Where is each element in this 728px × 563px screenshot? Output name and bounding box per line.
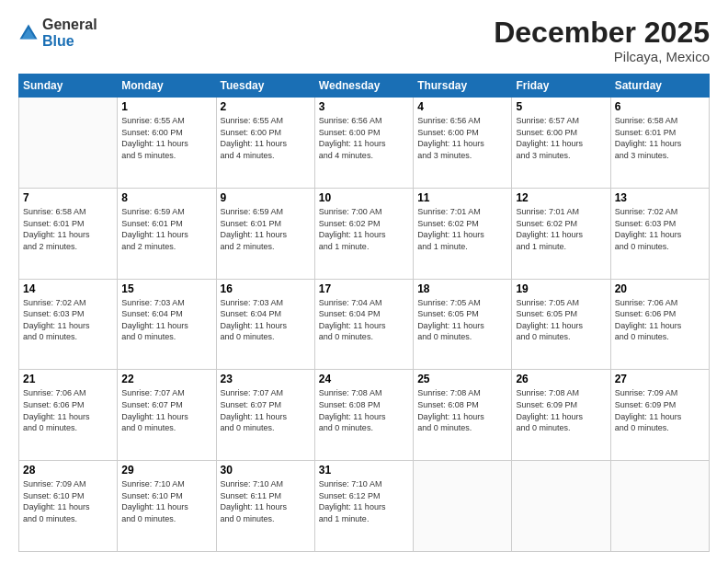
day-number: 5 [516, 100, 606, 113]
day-number: 15 [121, 282, 211, 295]
day-number: 27 [615, 373, 705, 385]
table-row [19, 98, 118, 189]
day-info: Sunrise: 7:10 AM Sunset: 6:11 PM Dayligh… [221, 478, 311, 524]
day-info: Sunrise: 7:10 AM Sunset: 6:10 PM Dayligh… [121, 478, 211, 524]
day-number: 3 [319, 100, 409, 113]
table-row: 31Sunrise: 7:10 AM Sunset: 6:12 PM Dayli… [314, 461, 413, 552]
day-number: 9 [221, 191, 311, 204]
calendar-week-row: 28Sunrise: 7:09 AM Sunset: 6:10 PM Dayli… [19, 461, 710, 552]
day-number: 6 [615, 100, 705, 113]
day-info: Sunrise: 6:55 AM Sunset: 6:00 PM Dayligh… [221, 115, 311, 161]
day-info: Sunrise: 6:56 AM Sunset: 6:00 PM Dayligh… [319, 115, 409, 161]
table-row [414, 461, 512, 552]
table-row: 14Sunrise: 7:02 AM Sunset: 6:03 PM Dayli… [19, 279, 118, 370]
day-info: Sunrise: 7:07 AM Sunset: 6:07 PM Dayligh… [121, 387, 211, 433]
day-number: 14 [23, 282, 113, 295]
day-info: Sunrise: 7:07 AM Sunset: 6:07 PM Dayligh… [221, 387, 311, 433]
day-info: Sunrise: 6:56 AM Sunset: 6:00 PM Dayligh… [417, 115, 507, 161]
calendar-week-row: 1Sunrise: 6:55 AM Sunset: 6:00 PM Daylig… [19, 98, 710, 189]
day-info: Sunrise: 7:09 AM Sunset: 6:09 PM Dayligh… [615, 387, 705, 433]
day-number: 8 [121, 191, 211, 204]
day-info: Sunrise: 6:58 AM Sunset: 6:01 PM Dayligh… [23, 206, 113, 252]
logo-general-text: General [42, 17, 97, 32]
table-row: 22Sunrise: 7:07 AM Sunset: 6:07 PM Dayli… [118, 370, 216, 461]
table-row: 18Sunrise: 7:05 AM Sunset: 6:05 PM Dayli… [414, 279, 512, 370]
day-number: 22 [121, 373, 211, 385]
table-row: 28Sunrise: 7:09 AM Sunset: 6:10 PM Dayli… [19, 461, 118, 552]
day-number: 26 [516, 373, 606, 385]
day-number: 25 [417, 373, 507, 385]
day-number: 29 [121, 464, 211, 477]
day-info: Sunrise: 7:05 AM Sunset: 6:05 PM Dayligh… [516, 297, 606, 343]
day-info: Sunrise: 7:02 AM Sunset: 6:03 PM Dayligh… [23, 297, 113, 343]
day-info: Sunrise: 7:10 AM Sunset: 6:12 PM Dayligh… [319, 478, 409, 524]
day-number: 16 [221, 282, 311, 295]
day-info: Sunrise: 7:03 AM Sunset: 6:04 PM Dayligh… [121, 297, 211, 343]
day-number: 24 [319, 373, 409, 385]
header-tuesday: Tuesday [216, 75, 314, 98]
day-number: 7 [23, 191, 113, 204]
month-title: December 2025 [494, 17, 710, 49]
table-row: 7Sunrise: 6:58 AM Sunset: 6:01 PM Daylig… [19, 188, 118, 279]
day-info: Sunrise: 7:06 AM Sunset: 6:06 PM Dayligh… [615, 297, 705, 343]
day-number: 19 [516, 282, 606, 295]
day-info: Sunrise: 7:02 AM Sunset: 6:03 PM Dayligh… [615, 206, 705, 252]
header-monday: Monday [118, 75, 216, 98]
logo-blue-text: Blue [42, 33, 74, 49]
table-row: 15Sunrise: 7:03 AM Sunset: 6:04 PM Dayli… [118, 279, 216, 370]
table-row: 19Sunrise: 7:05 AM Sunset: 6:05 PM Dayli… [512, 279, 610, 370]
table-row: 24Sunrise: 7:08 AM Sunset: 6:08 PM Dayli… [314, 370, 413, 461]
table-row: 25Sunrise: 7:08 AM Sunset: 6:08 PM Dayli… [414, 370, 512, 461]
day-info: Sunrise: 6:58 AM Sunset: 6:01 PM Dayligh… [615, 115, 705, 161]
day-number: 28 [23, 464, 113, 477]
table-row: 9Sunrise: 6:59 AM Sunset: 6:01 PM Daylig… [216, 188, 314, 279]
table-row [610, 461, 709, 552]
day-number: 1 [121, 100, 211, 113]
table-row: 2Sunrise: 6:55 AM Sunset: 6:00 PM Daylig… [216, 98, 314, 189]
day-info: Sunrise: 7:03 AM Sunset: 6:04 PM Dayligh… [221, 297, 311, 343]
calendar-week-row: 7Sunrise: 6:58 AM Sunset: 6:01 PM Daylig… [19, 188, 710, 279]
calendar-week-row: 21Sunrise: 7:06 AM Sunset: 6:06 PM Dayli… [19, 370, 710, 461]
table-row: 27Sunrise: 7:09 AM Sunset: 6:09 PM Dayli… [610, 370, 709, 461]
table-row: 3Sunrise: 6:56 AM Sunset: 6:00 PM Daylig… [314, 98, 413, 189]
day-info: Sunrise: 7:04 AM Sunset: 6:04 PM Dayligh… [319, 297, 409, 343]
day-number: 20 [615, 282, 705, 295]
table-row: 30Sunrise: 7:10 AM Sunset: 6:11 PM Dayli… [216, 461, 314, 552]
day-number: 11 [417, 191, 507, 204]
header: General Blue December 2025 Pilcaya, Mexi… [18, 17, 710, 64]
header-saturday: Saturday [610, 75, 709, 98]
day-info: Sunrise: 7:00 AM Sunset: 6:02 PM Dayligh… [319, 206, 409, 252]
weekday-header-row: Sunday Monday Tuesday Wednesday Thursday… [19, 75, 710, 98]
table-row: 12Sunrise: 7:01 AM Sunset: 6:02 PM Dayli… [512, 188, 610, 279]
table-row: 11Sunrise: 7:01 AM Sunset: 6:02 PM Dayli… [414, 188, 512, 279]
calendar-table: Sunday Monday Tuesday Wednesday Thursday… [18, 74, 710, 552]
page: General Blue December 2025 Pilcaya, Mexi… [0, 0, 728, 563]
day-info: Sunrise: 6:57 AM Sunset: 6:00 PM Dayligh… [516, 115, 606, 161]
day-info: Sunrise: 7:01 AM Sunset: 6:02 PM Dayligh… [516, 206, 606, 252]
title-block: December 2025 Pilcaya, Mexico [494, 17, 710, 64]
table-row: 1Sunrise: 6:55 AM Sunset: 6:00 PM Daylig… [118, 98, 216, 189]
table-row: 23Sunrise: 7:07 AM Sunset: 6:07 PM Dayli… [216, 370, 314, 461]
logo: General Blue [18, 17, 97, 49]
day-number: 13 [615, 191, 705, 204]
table-row: 10Sunrise: 7:00 AM Sunset: 6:02 PM Dayli… [314, 188, 413, 279]
table-row: 4Sunrise: 6:56 AM Sunset: 6:00 PM Daylig… [414, 98, 512, 189]
day-number: 12 [516, 191, 606, 204]
table-row: 20Sunrise: 7:06 AM Sunset: 6:06 PM Dayli… [610, 279, 709, 370]
table-row: 17Sunrise: 7:04 AM Sunset: 6:04 PM Dayli… [314, 279, 413, 370]
table-row: 21Sunrise: 7:06 AM Sunset: 6:06 PM Dayli… [19, 370, 118, 461]
day-number: 4 [417, 100, 507, 113]
table-row: 26Sunrise: 7:08 AM Sunset: 6:09 PM Dayli… [512, 370, 610, 461]
header-thursday: Thursday [414, 75, 512, 98]
day-number: 17 [319, 282, 409, 295]
day-number: 30 [221, 464, 311, 477]
day-info: Sunrise: 7:01 AM Sunset: 6:02 PM Dayligh… [417, 206, 507, 252]
day-number: 21 [23, 373, 113, 385]
logo-icon [18, 23, 39, 43]
day-number: 23 [221, 373, 311, 385]
day-info: Sunrise: 7:08 AM Sunset: 6:08 PM Dayligh… [319, 387, 409, 433]
table-row [512, 461, 610, 552]
day-number: 31 [319, 464, 409, 477]
table-row: 6Sunrise: 6:58 AM Sunset: 6:01 PM Daylig… [610, 98, 709, 189]
header-friday: Friday [512, 75, 610, 98]
